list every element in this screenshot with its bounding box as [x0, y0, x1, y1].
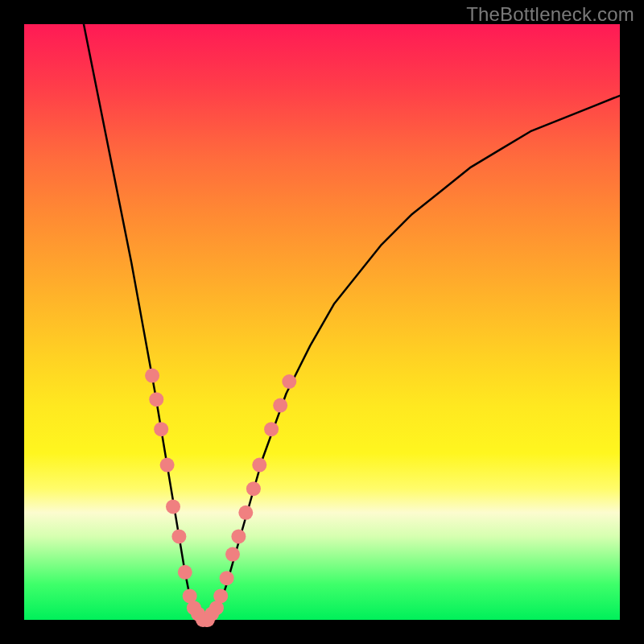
data-point [145, 369, 159, 383]
data-point [238, 506, 253, 520]
data-point [225, 547, 240, 562]
scatter-points [145, 369, 296, 627]
chart-svg [24, 24, 620, 620]
data-point [246, 481, 261, 496]
bottleneck-curve [84, 24, 620, 620]
plot-area [24, 24, 620, 620]
data-point [178, 565, 192, 580]
watermark-text: TheBottleneck.com [466, 3, 634, 26]
data-point [171, 529, 186, 543]
chart-frame: TheBottleneck.com [0, 0, 644, 644]
data-point [160, 458, 175, 473]
data-point [149, 392, 163, 407]
data-point [213, 588, 228, 603]
data-point [264, 422, 279, 436]
data-point [220, 571, 234, 585]
data-point [166, 499, 180, 514]
data-point [273, 398, 287, 413]
data-point [252, 458, 266, 473]
data-point [231, 529, 246, 543]
data-point [282, 374, 296, 389]
data-point [154, 422, 168, 436]
